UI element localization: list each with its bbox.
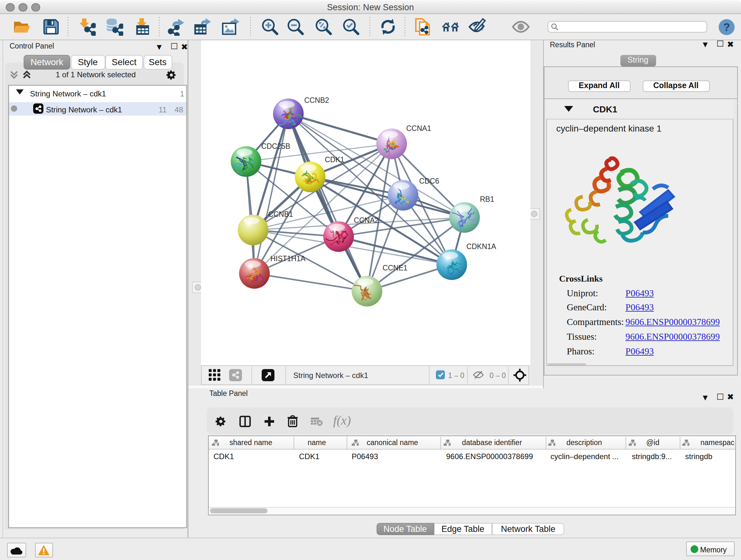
- svg-text:CCNB1: CCNB1: [268, 210, 293, 218]
- svg-text:CDC25B: CDC25B: [261, 142, 290, 150]
- svg-text:CCNA1: CCNA1: [406, 124, 431, 132]
- svg-text:RB1: RB1: [480, 195, 494, 203]
- svg-text:HIST1H1A: HIST1H1A: [270, 254, 306, 262]
- svg-text:CDK1: CDK1: [325, 155, 344, 164]
- svg-text:CDKN1A: CDKN1A: [466, 242, 496, 250]
- svg-text:CCNA2: CCNA2: [354, 216, 379, 224]
- svg-text:CCNB2: CCNB2: [304, 96, 329, 104]
- svg-text:CDC6: CDC6: [419, 177, 440, 185]
- svg-text:?: ?: [723, 20, 730, 33]
- svg-text:CCNE1: CCNE1: [383, 263, 408, 272]
